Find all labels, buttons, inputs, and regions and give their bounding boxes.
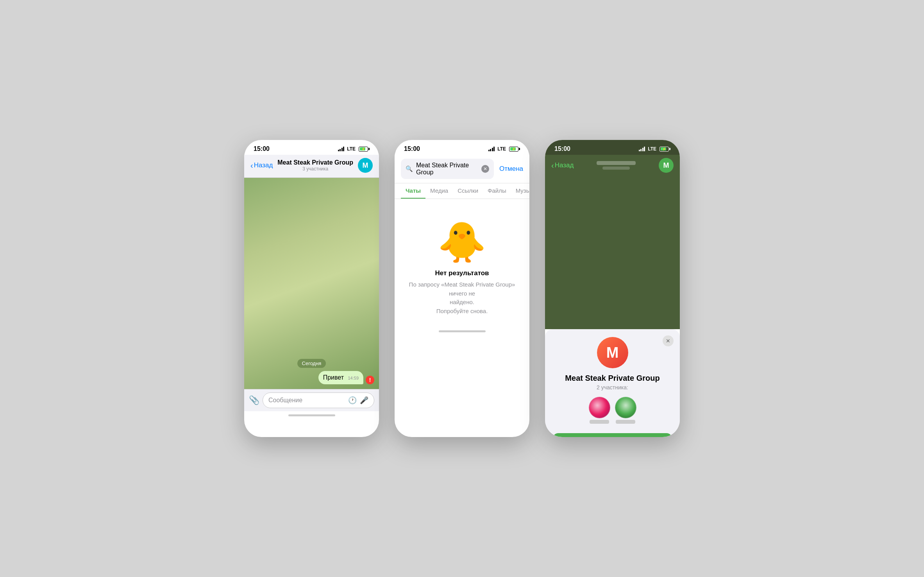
signal-icon-2 bbox=[488, 147, 495, 151]
signal-icon-3 bbox=[639, 147, 645, 151]
message-row: Привет 14:59 ! bbox=[249, 371, 374, 384]
close-sheet-button[interactable]: ✕ bbox=[663, 335, 674, 346]
status-bar-2: 15:00 LTE ⚡ bbox=[395, 140, 529, 155]
group-join-sheet: ✕ M Meat Steak Private Group 2 участника… bbox=[545, 329, 680, 437]
status-icons-2: LTE ⚡ bbox=[488, 146, 520, 152]
member-item-2 bbox=[615, 397, 636, 424]
member-name-2 bbox=[616, 420, 635, 424]
dark-chat-area bbox=[545, 177, 680, 329]
no-results-title: Нет результатов bbox=[435, 269, 489, 277]
chat-avatar[interactable]: M bbox=[358, 158, 373, 173]
input-icons: 🕐 🎤 bbox=[348, 396, 368, 405]
search-empty-state: 🐥 Нет результатов По запросу «Meat Steak… bbox=[395, 199, 529, 327]
search-bar-row: 🔍 Meat Steak Private Group ✕ Отмена bbox=[401, 159, 523, 179]
chevron-left-icon: ‹ bbox=[250, 161, 253, 169]
back-button-3[interactable]: ‹ Назад bbox=[551, 161, 574, 170]
header-avatar-3[interactable]: M bbox=[659, 158, 674, 173]
search-clear-button[interactable]: ✕ bbox=[481, 165, 489, 173]
member-name-1 bbox=[590, 420, 609, 424]
status-time-1: 15:00 bbox=[254, 145, 270, 152]
chat-group-name: Meat Steak Private Group bbox=[273, 159, 358, 166]
message-time: 14:59 bbox=[348, 376, 359, 380]
dark-header: ‹ Назад M bbox=[545, 155, 680, 177]
search-bar[interactable]: 🔍 Meat Steak Private Group ✕ bbox=[401, 159, 494, 179]
phone-chat-screen: 15:00 LTE ⚡ bbox=[244, 140, 379, 437]
group-members-label: 2 участника: bbox=[553, 384, 672, 391]
tab-music[interactable]: Музыка bbox=[511, 183, 529, 199]
cancel-button[interactable]: Отмена bbox=[498, 165, 523, 173]
tab-links[interactable]: Ссылки bbox=[453, 183, 483, 199]
attach-button[interactable]: 📎 bbox=[249, 395, 259, 405]
lte-label-2: LTE bbox=[497, 146, 506, 152]
chat-background: Сегодня Привет 14:59 ! bbox=[244, 178, 379, 389]
tab-media[interactable]: Медиа bbox=[425, 183, 453, 199]
chat-input-bar: 📎 Сообщение 🕐 🎤 bbox=[244, 389, 379, 411]
status-bar-1: 15:00 LTE ⚡ bbox=[244, 140, 379, 155]
clock-icon: 🕐 bbox=[348, 396, 357, 405]
signal-icon-1 bbox=[338, 147, 345, 151]
battery-icon-1: ⚡ bbox=[359, 147, 370, 152]
phone-search-screen: 15:00 LTE ⚡ bbox=[395, 140, 529, 437]
back-label: Назад bbox=[254, 161, 273, 169]
home-indicator-2 bbox=[439, 330, 486, 332]
home-indicator-1 bbox=[288, 414, 335, 416]
error-icon[interactable]: ! bbox=[366, 376, 374, 384]
search-tabs: Чаты Медиа Ссылки Файлы Музыка Го bbox=[395, 183, 529, 199]
chat-members-count: 3 участника bbox=[273, 166, 358, 172]
back-label-3: Назад bbox=[555, 161, 574, 169]
search-header: 🔍 Meat Steak Private Group ✕ Отмена bbox=[395, 155, 529, 183]
members-avatars bbox=[553, 397, 672, 424]
join-group-button[interactable]: Вступить в группу bbox=[553, 433, 672, 437]
member-avatar-2 bbox=[615, 397, 636, 418]
group-avatar-large: M bbox=[597, 337, 628, 368]
back-button[interactable]: ‹ Назад bbox=[250, 161, 273, 169]
header-title-blur bbox=[574, 161, 659, 170]
member-avatar-1 bbox=[589, 397, 610, 418]
battery-icon-2: ⚡ bbox=[509, 147, 520, 152]
lte-label-1: LTE bbox=[347, 146, 356, 152]
search-icon: 🔍 bbox=[406, 165, 413, 172]
battery-icon-3: ⚡ bbox=[659, 147, 670, 152]
chat-header-info: Meat Steak Private Group 3 участника bbox=[273, 159, 358, 172]
status-icons-3: LTE ⚡ bbox=[639, 146, 670, 152]
date-badge: Сегодня bbox=[297, 359, 326, 368]
mic-icon[interactable]: 🎤 bbox=[360, 396, 368, 405]
member-item-1 bbox=[589, 397, 610, 424]
message-bubble: Привет 14:59 bbox=[318, 371, 363, 384]
status-icons-1: LTE ⚡ bbox=[338, 146, 370, 152]
tab-files[interactable]: Файлы bbox=[483, 183, 511, 199]
search-query: Meat Steak Private Group bbox=[416, 162, 478, 176]
no-results-description: По запросу «Meat Steak Private Group» ни… bbox=[406, 280, 518, 315]
message-text: Привет bbox=[323, 374, 344, 381]
input-placeholder: Сообщение bbox=[268, 397, 302, 404]
group-name-large: Meat Steak Private Group bbox=[553, 374, 672, 383]
status-time-2: 15:00 bbox=[404, 145, 420, 152]
tab-chats[interactable]: Чаты bbox=[401, 183, 425, 199]
lte-label-3: LTE bbox=[648, 146, 656, 152]
chat-header: ‹ Назад Meat Steak Private Group 3 участ… bbox=[244, 155, 379, 178]
phone-group-screen: 15:00 LTE ⚡ bbox=[545, 140, 680, 437]
duck-emoji-icon: 🐥 bbox=[438, 222, 486, 262]
message-input[interactable]: Сообщение 🕐 🎤 bbox=[263, 392, 374, 408]
status-time-3: 15:00 bbox=[554, 145, 570, 152]
status-bar-3: 15:00 LTE ⚡ bbox=[545, 140, 680, 155]
chevron-left-icon-3: ‹ bbox=[551, 161, 554, 170]
